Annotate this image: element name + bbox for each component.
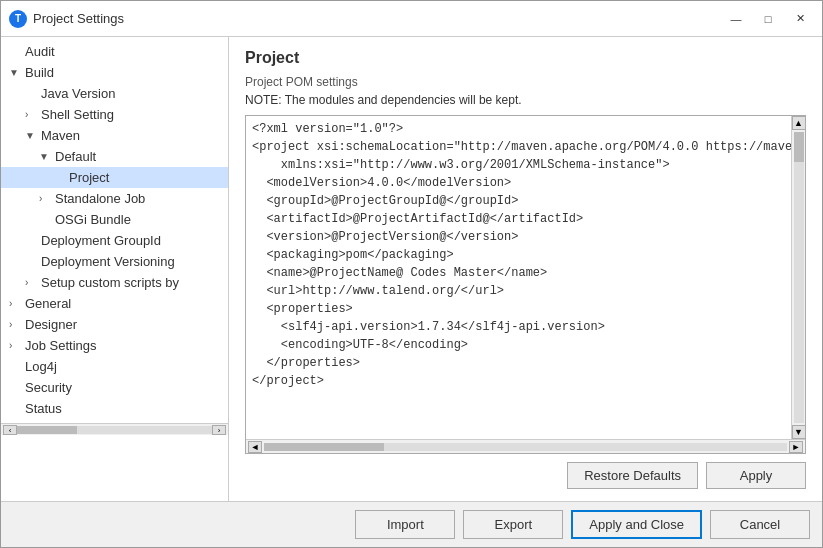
xml-editor-wrapper: <?xml version="1.0"?> <project xsi:schem… (245, 115, 806, 454)
panel-note: NOTE: The modules and dependencies will … (245, 93, 806, 107)
sidebar-item-security[interactable]: Security (1, 377, 228, 398)
sidebar-item-label: Security (25, 380, 72, 395)
sidebar-item-label: Job Settings (25, 338, 97, 353)
panel-actions: Restore Defaults Apply (245, 462, 806, 489)
sidebar-item-log4j[interactable]: Log4j (1, 356, 228, 377)
sidebar-item-job-settings[interactable]: › Job Settings (1, 335, 228, 356)
sidebar-item-label: Maven (41, 128, 80, 143)
apply-and-close-button[interactable]: Apply and Close (571, 510, 702, 539)
sidebar-item-label: Standalone Job (55, 191, 145, 206)
sidebar-item-label: Build (25, 65, 54, 80)
sidebar-item-label: Java Version (41, 86, 115, 101)
vscroll-track (794, 132, 804, 423)
sidebar-item-default[interactable]: ▼ Default (1, 146, 228, 167)
sidebar-item-osgi-bundle[interactable]: OSGi Bundle (1, 209, 228, 230)
chevron-icon: › (9, 319, 23, 330)
sidebar-item-label: Project (69, 170, 109, 185)
sidebar-item-java-version[interactable]: Java Version (1, 83, 228, 104)
sidebar-item-label: Audit (25, 44, 55, 59)
sidebar-item-label: OSGi Bundle (55, 212, 131, 227)
app-icon: T (9, 10, 27, 28)
window-title: Project Settings (33, 11, 124, 26)
restore-defaults-button[interactable]: Restore Defaults (567, 462, 698, 489)
minimize-button[interactable]: — (722, 8, 750, 30)
sidebar-item-maven[interactable]: ▼ Maven (1, 125, 228, 146)
sidebar-item-label: Default (55, 149, 96, 164)
scroll-thumb (17, 426, 77, 434)
scroll-track (17, 426, 212, 434)
hscroll-right-button[interactable]: ► (789, 441, 803, 453)
vscroll-thumb (794, 132, 804, 162)
horizontal-scrollbar[interactable]: ◄ ► (246, 439, 805, 453)
scroll-left-button[interactable]: ‹ (3, 425, 17, 435)
footer: Import Export Apply and Close Cancel (1, 501, 822, 547)
sidebar-item-shell-setting[interactable]: › Shell Setting (1, 104, 228, 125)
sidebar-item-deployment-versioning[interactable]: Deployment Versioning (1, 251, 228, 272)
export-button[interactable]: Export (463, 510, 563, 539)
apply-button[interactable]: Apply (706, 462, 806, 489)
sidebar-horizontal-scrollbar[interactable]: ‹ › (1, 423, 228, 435)
sidebar-item-status[interactable]: Status (1, 398, 228, 419)
project-settings-window: T Project Settings — □ ✕ Audit ▼ Build J (0, 0, 823, 548)
sidebar-item-label: Setup custom scripts by (41, 275, 179, 290)
content-area: Audit ▼ Build Java Version › Shell Setti… (1, 37, 822, 501)
hscroll-left-button[interactable]: ◄ (248, 441, 262, 453)
chevron-icon: ▼ (25, 130, 39, 141)
panel-title: Project (245, 49, 806, 67)
chevron-icon: › (25, 277, 39, 288)
chevron-icon: › (9, 298, 23, 309)
sidebar: Audit ▼ Build Java Version › Shell Setti… (1, 37, 229, 501)
sidebar-item-label: Status (25, 401, 62, 416)
sidebar-item-label: General (25, 296, 71, 311)
sidebar-item-label: Deployment GroupId (41, 233, 161, 248)
chevron-icon: › (39, 193, 53, 204)
panel-description: Project POM settings (245, 75, 806, 89)
vertical-scrollbar[interactable]: ▲ ▼ (791, 116, 805, 439)
chevron-icon: › (25, 109, 39, 120)
sidebar-item-standalone-job[interactable]: › Standalone Job (1, 188, 228, 209)
chevron-icon: ▼ (39, 151, 53, 162)
scroll-right-button[interactable]: › (212, 425, 226, 435)
sidebar-item-build[interactable]: ▼ Build (1, 62, 228, 83)
title-bar-controls: — □ ✕ (722, 8, 814, 30)
sidebar-item-setup-custom-scripts[interactable]: › Setup custom scripts by (1, 272, 228, 293)
sidebar-item-audit[interactable]: Audit (1, 41, 228, 62)
sidebar-item-label: Designer (25, 317, 77, 332)
sidebar-item-designer[interactable]: › Designer (1, 314, 228, 335)
chevron-icon: › (9, 340, 23, 351)
hscroll-thumb (264, 443, 384, 451)
sidebar-item-deployment-groupid[interactable]: Deployment GroupId (1, 230, 228, 251)
xml-editor[interactable]: <?xml version="1.0"?> <project xsi:schem… (246, 116, 791, 439)
sidebar-item-label: Shell Setting (41, 107, 114, 122)
sidebar-item-general[interactable]: › General (1, 293, 228, 314)
maximize-button[interactable]: □ (754, 8, 782, 30)
hscroll-track (264, 443, 787, 451)
sidebar-item-label: Deployment Versioning (41, 254, 175, 269)
chevron-icon: ▼ (9, 67, 23, 78)
import-button[interactable]: Import (355, 510, 455, 539)
close-button[interactable]: ✕ (786, 8, 814, 30)
sidebar-item-project[interactable]: Project (1, 167, 228, 188)
title-bar: T Project Settings — □ ✕ (1, 1, 822, 37)
main-panel: Project Project POM settings NOTE: The m… (229, 37, 822, 501)
scroll-up-button[interactable]: ▲ (792, 116, 806, 130)
title-bar-left: T Project Settings (9, 10, 124, 28)
cancel-button[interactable]: Cancel (710, 510, 810, 539)
scroll-down-button[interactable]: ▼ (792, 425, 806, 439)
sidebar-item-label: Log4j (25, 359, 57, 374)
